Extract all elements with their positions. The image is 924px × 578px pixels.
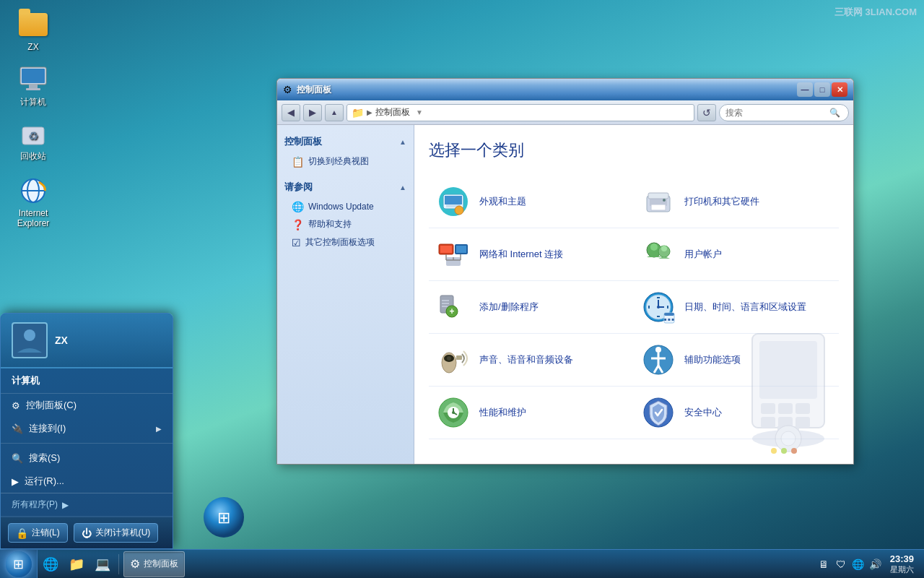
computer-icon-svg [19,64,48,93]
sidebar-section-control-panel[interactable]: 控制面板 ▲ [277,131,414,152]
sidebar-link-help[interactable]: ❓ 帮助和支持 [277,215,414,233]
svg-rect-38 [442,300,449,301]
svg-rect-3 [26,88,40,90]
windows-logo: ⊞ [13,556,24,572]
shutdown-button[interactable]: ⏻ 关闭计算机(U) [74,523,159,543]
control-panel-window: ⚙ 控制面板 — □ ✕ ◀ ▶ ▲ 📁 ▶ 控制面板 ▼ ↺ 🔍 [276,78,854,465]
other-options-icon: ☑ [292,237,301,249]
cp-addressbar: ◀ ▶ ▲ 📁 ▶ 控制面板 ▼ ↺ 🔍 [277,100,853,125]
category-add-remove[interactable]: + 添加/删除程序 [429,281,634,334]
address-field[interactable]: 📁 ▶ 控制面板 ▼ [346,104,694,121]
category-security[interactable]: 安全中心 [634,387,839,439]
tray-icon-volume[interactable]: 🔊 [868,557,883,571]
windows-orb: ⊞ [6,551,32,577]
help-icon: ❓ [292,219,304,230]
menu-item-control-panel[interactable]: ⚙ 控制面板(C) [1,394,173,417]
power-icon: ⏻ [82,527,92,539]
svg-text:■ ■ ■: ■ ■ ■ [664,317,675,322]
category-grid: 外观和主题 打印机和其它硬 [429,176,839,439]
menu-item-search[interactable]: 🔍 搜索(S) [1,447,173,470]
printers-icon [641,184,676,219]
windows-orb-large[interactable]: ⊞ [202,496,245,542]
category-performance[interactable]: 性能和维护 [429,387,634,439]
svg-text:+: + [449,306,454,316]
category-appearance[interactable]: 外观和主题 [429,176,634,228]
taskbar-separator [118,554,119,574]
taskbar-item-control-panel[interactable]: ⚙ 控制面板 [123,551,185,577]
sidebar-section2-arrow: ▲ [399,184,406,191]
clock[interactable]: 23:39 星期六 [886,553,918,575]
start-button[interactable]: ⊞ [0,550,38,579]
svg-point-83 [771,448,777,454]
sidebar-section-see-also[interactable]: 请参阅 ▲ [277,176,414,198]
logout-label: 注销(L) [32,527,60,539]
up-button[interactable]: ▲ [325,104,344,121]
quicklaunch-computer[interactable]: 💻 [90,551,116,577]
category-network[interactable]: 网络和 Internet 连接 [429,228,634,281]
category-sound[interactable]: 声音、语音和音频设备 [429,334,634,387]
svg-rect-44 [657,316,660,317]
search-field[interactable]: 🔍 [719,104,849,121]
taskbar-item-icon: ⚙ [130,557,140,571]
recycle-icon-svg: ♻ [19,118,48,147]
cp-main: 选择一个类别 外观和主题 [414,125,853,464]
menu-item-run[interactable]: ▶ 运行(R)... [1,470,173,493]
security-icon [641,395,676,430]
category-datetime[interactable]: ■ ■ ■ 日期、时间、语言和区域设置 [634,281,839,334]
category-label-accessibility: 辅助功能选项 [684,353,741,366]
desktop-icon-recycle[interactable]: ♻ 回收站 [7,116,59,165]
svg-rect-20 [648,193,668,199]
svg-rect-40 [442,306,448,307]
desktop-icon-zx[interactable]: ZX [7,7,59,55]
address-folder-icon: 📁 [352,107,364,118]
tray-icon-display[interactable]: 🖥 [816,557,831,571]
sidebar-section-label: 控制面板 [284,135,322,148]
svg-point-49 [657,306,660,309]
menu-item-connect-to[interactable]: 🔌 连接到(I) ▶ [1,417,173,440]
cp-titlebar: ⚙ 控制面板 — □ ✕ [277,79,853,100]
svg-rect-14 [445,196,462,204]
start-menu: ZX 计算机 ⚙ 控制面板(C) 🔌 连接到(I) ▶ 🔍 搜索(S) [0,313,173,549]
quicklaunch-folder[interactable]: 📁 [64,551,90,577]
close-button[interactable]: ✕ [832,82,847,97]
svg-point-85 [791,448,797,454]
all-programs[interactable]: 所有程序(P) ▶ [1,493,173,516]
forward-button[interactable]: ▶ [303,104,322,121]
category-label-datetime: 日期、时间、语言和区域设置 [684,301,806,314]
svg-point-67 [452,411,455,414]
desktop-icon-computer[interactable]: 计算机 [7,61,59,111]
svg-point-87 [24,329,35,341]
menu-separator [1,443,173,444]
svg-rect-23 [440,246,452,253]
category-users[interactable]: 用户帐户 [634,228,839,281]
desktop-icon-label: 计算机 [20,96,46,108]
sidebar-link-windows-update[interactable]: 🌐 Windows Update [277,198,414,215]
sidebar-link-other-options[interactable]: ☑ 其它控制面板选项 [277,233,414,251]
quicklaunch-ie[interactable]: 🌐 [38,551,64,577]
logout-button[interactable]: 🔒 注销(L) [8,523,68,543]
tray-icon-security[interactable]: 🛡 [834,557,848,571]
sidebar-link-label: 帮助和支持 [308,218,352,230]
search-input[interactable] [725,108,827,118]
cp-content: 控制面板 ▲ 📋 切换到经典视图 请参阅 ▲ 🌐 Windows Update … [277,125,853,464]
svg-rect-19 [651,204,666,210]
back-button[interactable]: ◀ [282,104,300,121]
accessibility-icon [641,342,676,377]
address-dropdown-arrow[interactable]: ▼ [416,108,423,116]
svg-rect-1 [22,69,45,83]
category-accessibility[interactable]: 辅助功能选项 [634,334,839,387]
category-printers[interactable]: 打印机和其它硬件 [634,176,839,228]
tray-icon-network[interactable]: 🌐 [851,557,866,571]
svg-text:♻: ♻ [28,130,38,142]
datetime-icon: ■ ■ ■ [641,290,676,324]
sidebar-switch-view[interactable]: 📋 切换到经典视图 [277,152,414,171]
svg-point-84 [781,448,787,454]
watermark: 三联网 3LIAN.COM [834,6,917,19]
desktop-icon-ie[interactable]: Internet Explorer [7,173,59,231]
svg-point-55 [447,356,451,361]
start-menu-computer: 计算机 [1,368,173,394]
refresh-button[interactable]: ↺ [697,104,716,121]
maximize-button[interactable]: □ [814,82,830,97]
minimize-button[interactable]: — [797,82,813,97]
desktop: 三联网 3LIAN.COM ZX 计算机 ♻ 回收站 [0,0,924,578]
